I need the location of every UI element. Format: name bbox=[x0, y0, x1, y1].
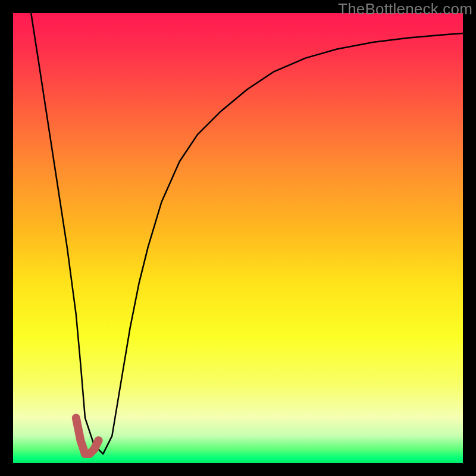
chart-gradient-background bbox=[13, 13, 463, 463]
watermark-text: TheBottleneck.com bbox=[338, 0, 472, 18]
chart-frame: TheBottleneck.com bbox=[0, 0, 476, 476]
